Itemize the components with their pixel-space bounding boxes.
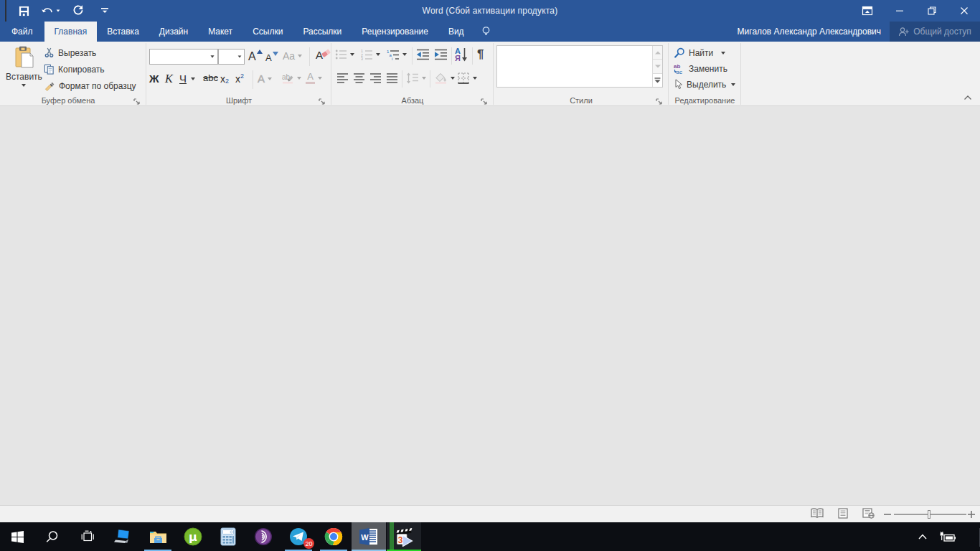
underline-button[interactable]: Ч — [179, 72, 195, 85]
taskbar-search-button[interactable] — [35, 522, 70, 551]
tab-home[interactable]: Главная — [44, 22, 98, 42]
zoom-slider-thumb[interactable] — [928, 510, 930, 519]
tab-insert[interactable]: Вставка — [97, 22, 149, 42]
bullets-arrow[interactable] — [350, 53, 354, 56]
font-color-button[interactable]: А — [306, 72, 322, 84]
font-dialog-launcher[interactable] — [319, 95, 327, 104]
font-size-combobox[interactable] — [218, 49, 245, 65]
share-button[interactable]: Общий доступ — [890, 22, 980, 42]
align-right-button[interactable] — [370, 73, 382, 83]
italic-button[interactable]: К — [165, 72, 173, 85]
zoom-in-icon — [968, 511, 975, 518]
mpc-taskbar-button[interactable]: 3 — [387, 522, 421, 551]
ribbon-display-options-button[interactable] — [851, 0, 883, 22]
change-case-button[interactable]: Aa — [283, 50, 302, 62]
read-mode-button[interactable] — [811, 508, 824, 521]
select-arrow[interactable] — [731, 83, 735, 86]
font-name-field[interactable] — [150, 50, 207, 64]
shading-arrow[interactable] — [451, 77, 455, 80]
multilevel-list-arrow[interactable] — [402, 53, 407, 56]
increase-indent-button[interactable] — [434, 49, 448, 60]
task-view-button[interactable] — [70, 522, 105, 551]
clipboard-dialog-launcher[interactable] — [133, 95, 142, 104]
clear-formatting-button[interactable]: А — [316, 49, 331, 61]
bold-button[interactable]: Ж — [149, 72, 159, 85]
battery-indicator[interactable] — [933, 531, 961, 542]
justify-button[interactable] — [387, 73, 398, 83]
numbering-arrow[interactable] — [376, 53, 380, 56]
tab-design[interactable]: Дизайн — [149, 22, 198, 42]
grow-font-button[interactable]: А — [248, 50, 263, 63]
find-button[interactable]: Найти — [674, 47, 725, 58]
font-size-field[interactable] — [219, 50, 235, 64]
close-button[interactable] — [948, 0, 980, 22]
highlight-button[interactable]: ab — [282, 72, 301, 84]
align-left-button[interactable] — [337, 73, 349, 83]
decrease-indent-button[interactable] — [416, 49, 430, 60]
line-spacing-button[interactable] — [406, 72, 426, 84]
collapse-ribbon-button[interactable] — [961, 93, 974, 103]
paste-button[interactable]: Вставить — [6, 44, 42, 96]
find-arrow[interactable] — [721, 52, 725, 55]
paragraph-dialog-launcher[interactable] — [481, 95, 489, 104]
tab-review[interactable]: Рецензирование — [352, 22, 438, 42]
print-layout-button[interactable] — [838, 508, 848, 522]
styles-scroll-down[interactable] — [653, 60, 662, 73]
tray-expand-button[interactable] — [913, 534, 933, 540]
word-taskbar-button[interactable]: W — [352, 522, 386, 551]
tell-me-button[interactable] — [474, 22, 498, 42]
borders-button[interactable] — [458, 72, 477, 84]
subscript-button[interactable]: x 2 — [220, 72, 229, 85]
show-marks-button[interactable]: ¶ — [477, 47, 484, 62]
calculator-button[interactable] — [211, 522, 245, 551]
styles-scroll-up[interactable] — [653, 46, 662, 60]
paste-dropdown-arrow[interactable] — [22, 84, 26, 87]
taskbar-pc-button[interactable] — [105, 522, 140, 551]
borders-arrow[interactable] — [473, 77, 477, 80]
start-button[interactable] — [0, 522, 34, 551]
telegram-button[interactable]: 20 — [281, 522, 316, 551]
strikethrough-button[interactable]: abc — [203, 72, 218, 83]
file-explorer-button[interactable] — [141, 522, 175, 551]
bullets-button[interactable] — [335, 49, 354, 60]
select-button[interactable]: Выделить — [675, 79, 735, 90]
superscript-button[interactable]: x 2 — [235, 72, 244, 85]
tab-view[interactable]: Вид — [438, 22, 474, 42]
account-area: Мигалов Александр Александрович Общий до… — [738, 22, 980, 42]
chrome-button[interactable] — [316, 522, 351, 551]
tab-references[interactable]: Ссылки — [242, 22, 293, 42]
styles-dialog-launcher[interactable] — [656, 95, 664, 104]
zoom-out-button[interactable] — [884, 511, 891, 518]
font-name-dropdown[interactable] — [207, 50, 217, 64]
shrink-font-button[interactable]: А — [265, 52, 278, 64]
shading-button[interactable] — [434, 72, 455, 84]
tab-mailings[interactable]: Рассылки — [293, 22, 352, 42]
restore-button[interactable] — [915, 0, 948, 22]
zoom-in-button[interactable] — [968, 511, 975, 518]
styles-gallery-more[interactable] — [653, 74, 662, 87]
font-color-glyph: А — [307, 72, 314, 81]
font-name-combobox[interactable] — [149, 49, 218, 65]
font-size-dropdown[interactable] — [235, 50, 244, 64]
tab-layout[interactable]: Макет — [198, 22, 242, 42]
zoom-slider[interactable] — [894, 506, 966, 523]
cut-button[interactable]: Вырезать — [44, 47, 96, 58]
utorrent-button[interactable]: µ — [176, 522, 210, 551]
styles-gallery[interactable] — [496, 45, 663, 88]
format-painter-icon — [44, 80, 55, 91]
ribbon-group-styles: Стили — [494, 42, 669, 106]
underline-arrow[interactable] — [191, 77, 195, 80]
align-center-button[interactable] — [354, 73, 365, 83]
replace-button[interactable]: ab ac Заменить — [673, 63, 727, 75]
tor-browser-button[interactable] — [246, 522, 281, 551]
tab-file[interactable]: Файл — [0, 22, 44, 42]
text-effects-button[interactable]: А — [258, 72, 272, 85]
format-painter-button[interactable]: Формат по образцу — [44, 80, 136, 91]
multilevel-list-button[interactable]: 1 a i — [387, 49, 407, 60]
copy-button[interactable]: Копировать — [44, 64, 105, 75]
web-layout-button[interactable] — [862, 508, 875, 522]
minimize-button[interactable] — [883, 0, 915, 22]
sort-button[interactable]: А Я — [455, 47, 468, 62]
document-area[interactable] — [0, 107, 980, 505]
numbering-button[interactable]: 1 2 3 — [361, 49, 380, 60]
